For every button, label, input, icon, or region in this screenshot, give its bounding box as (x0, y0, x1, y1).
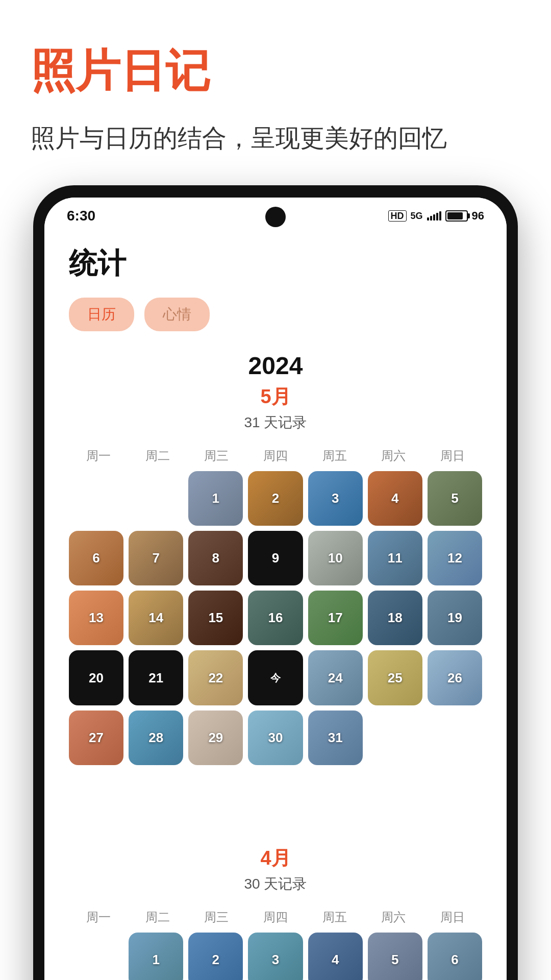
phone-screen: 6:30 HD 5G 96 (44, 198, 507, 980)
may-empty-35 (69, 770, 123, 825)
may-day-13[interactable]: 13 (69, 591, 123, 645)
may-day-今[interactable]: 今 (248, 650, 303, 705)
may-month-label: 5月 (69, 384, 482, 410)
weekday-row: 周一 周二 周三 周四 周五 周六 周日 (69, 448, 482, 464)
weekday-thu: 周四 (246, 448, 305, 464)
may-day-10[interactable]: 10 (308, 531, 363, 585)
april-weekday-row: 周一 周二 周三 周四 周五 周六 周日 (69, 909, 482, 925)
phone-frame: 6:30 HD 5G 96 (33, 185, 518, 980)
app-content: 统计 日历 心情 2024 5月 31 天记录 周一 周二 周三 周四 周五 周… (44, 229, 507, 980)
may-day-29[interactable]: 29 (188, 710, 243, 765)
5g-icon: 5G (411, 211, 423, 222)
weekday-fri: 周五 (305, 448, 364, 464)
camera-notch (265, 207, 286, 227)
apr-weekday-wed: 周三 (187, 909, 246, 925)
signal-icon (427, 211, 441, 220)
april-calendar-grid: 1234567 (69, 933, 482, 980)
april-day-2[interactable]: 2 (188, 933, 243, 980)
may-calendar-grid: 12345678910111213141516171819202122今2425… (69, 471, 482, 825)
may-day-21[interactable]: 21 (129, 650, 183, 705)
april-day-3[interactable]: 3 (248, 933, 303, 980)
app-subtitle: 照片与日历的结合，呈现更美好的回忆 (31, 122, 520, 155)
may-empty-0 (69, 471, 123, 526)
may-empty-33 (368, 710, 422, 765)
may-day-7[interactable]: 7 (129, 531, 183, 585)
may-empty-36 (129, 770, 183, 825)
screen-title: 统计 (69, 244, 482, 283)
may-day-4[interactable]: 4 (368, 471, 422, 526)
may-day-3[interactable]: 3 (308, 471, 363, 526)
may-day-19[interactable]: 19 (428, 591, 482, 645)
may-day-20[interactable]: 20 (69, 650, 123, 705)
may-day-15[interactable]: 15 (188, 591, 243, 645)
status-time: 6:30 (67, 208, 95, 224)
may-day-31[interactable]: 31 (308, 710, 363, 765)
april-month-label: 4月 (69, 845, 482, 871)
apr-weekday-tue: 周二 (128, 909, 187, 925)
battery-icon (445, 210, 468, 222)
may-day-27[interactable]: 27 (69, 710, 123, 765)
may-empty-1 (129, 471, 183, 526)
weekday-sat: 周六 (364, 448, 423, 464)
may-day-25[interactable]: 25 (368, 650, 422, 705)
app-title: 照片日记 (31, 41, 520, 102)
may-day-16[interactable]: 16 (248, 591, 303, 645)
april-records-label: 30 天记录 (69, 874, 482, 894)
may-day-28[interactable]: 28 (129, 710, 183, 765)
apr-weekday-sun: 周日 (423, 909, 482, 925)
year-label: 2024 (69, 352, 482, 380)
may-day-8[interactable]: 8 (188, 531, 243, 585)
april-day-5[interactable]: 5 (368, 933, 422, 980)
weekday-mon: 周一 (69, 448, 128, 464)
may-day-17[interactable]: 17 (308, 591, 363, 645)
may-day-18[interactable]: 18 (368, 591, 422, 645)
may-day-30[interactable]: 30 (248, 710, 303, 765)
april-day-4[interactable]: 4 (308, 933, 363, 980)
may-day-2[interactable]: 2 (248, 471, 303, 526)
tab-group: 日历 心情 (69, 298, 482, 331)
status-bar: 6:30 HD 5G 96 (44, 198, 507, 229)
apr-weekday-thu: 周四 (246, 909, 305, 925)
apr-weekday-sat: 周六 (364, 909, 423, 925)
april-day-6[interactable]: 6 (428, 933, 482, 980)
hd-badge: HD (388, 210, 407, 222)
may-day-5[interactable]: 5 (428, 471, 482, 526)
status-icons: HD 5G 96 (388, 209, 485, 223)
tab-mood[interactable]: 心情 (144, 298, 210, 331)
weekday-tue: 周二 (128, 448, 187, 464)
may-empty-34 (428, 710, 482, 765)
may-day-6[interactable]: 6 (69, 531, 123, 585)
april-empty-0 (69, 933, 123, 980)
apr-weekday-mon: 周一 (69, 909, 128, 925)
tab-calendar[interactable]: 日历 (69, 298, 134, 331)
may-day-14[interactable]: 14 (129, 591, 183, 645)
may-day-26[interactable]: 26 (428, 650, 482, 705)
page-wrapper: 照片日记 照片与日历的结合，呈现更美好的回忆 6:30 HD 5G (0, 0, 551, 980)
weekday-sun: 周日 (423, 448, 482, 464)
april-section: 4月 30 天记录 周一 周二 周三 周四 周五 周六 周日 1234567 (69, 845, 482, 980)
may-day-11[interactable]: 11 (368, 531, 422, 585)
may-day-22[interactable]: 22 (188, 650, 243, 705)
april-day-1[interactable]: 1 (129, 933, 183, 980)
apr-weekday-fri: 周五 (305, 909, 364, 925)
battery-percent: 96 (472, 209, 484, 223)
may-day-9[interactable]: 9 (248, 531, 303, 585)
may-records-label: 31 天记录 (69, 413, 482, 432)
may-day-12[interactable]: 12 (428, 531, 482, 585)
weekday-wed: 周三 (187, 448, 246, 464)
may-day-24[interactable]: 24 (308, 650, 363, 705)
may-day-1[interactable]: 1 (188, 471, 243, 526)
